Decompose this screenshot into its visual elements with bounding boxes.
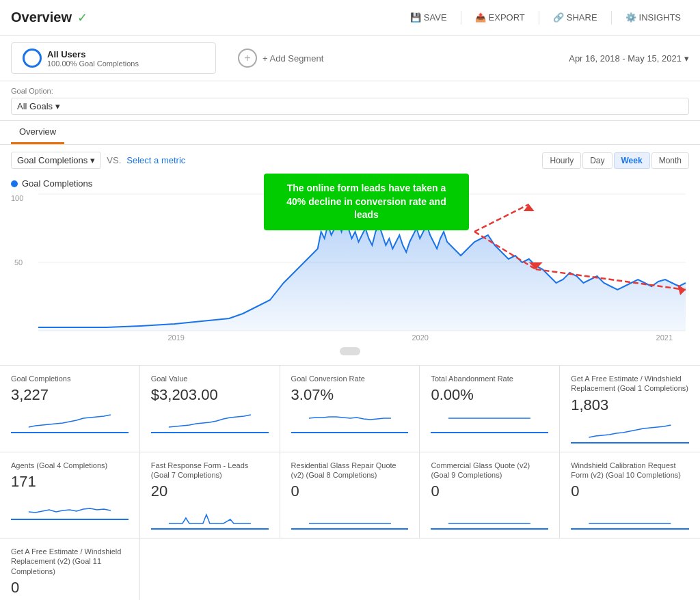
export-button[interactable]: 📤 EXPORT bbox=[467, 8, 533, 27]
stat-value-5: 171 bbox=[11, 473, 129, 491]
legend-dot bbox=[11, 180, 18, 187]
week-button[interactable]: Week bbox=[614, 152, 650, 169]
chart-controls: Goal Completions ▾ VS. Select a metric H… bbox=[0, 145, 700, 176]
stat-label-6: Fast Response Form - Leads (Goal 7 Compl… bbox=[151, 461, 269, 480]
chart-container: Goal Completions 100 50 bbox=[0, 176, 700, 365]
stats-row-3: Get A Free Estimate / Windshield Replace… bbox=[0, 538, 700, 600]
chart-wrapper: 100 50 bbox=[38, 194, 686, 344]
segments-bar: All Users 100.00% Goal Completions + + A… bbox=[0, 36, 700, 81]
add-segment-icon: + bbox=[238, 49, 257, 68]
share-icon: 🔗 bbox=[553, 12, 564, 23]
add-segment[interactable]: + + Add Segment bbox=[227, 43, 334, 73]
share-button[interactable]: 🔗 SHARE bbox=[545, 8, 606, 27]
date-range-picker[interactable]: Apr 16, 2018 - May 15, 2021 ▾ bbox=[569, 53, 689, 64]
stat-line-4 bbox=[571, 442, 689, 444]
all-users-segment[interactable]: All Users 100.00% Goal Completions bbox=[11, 42, 216, 74]
export-icon: 📤 bbox=[475, 12, 486, 23]
sparkline-1 bbox=[151, 408, 269, 428]
goal-option-label: Goal Option: bbox=[11, 87, 689, 95]
stat-line-6 bbox=[151, 528, 269, 530]
stat-value-9: 0 bbox=[571, 482, 689, 500]
stat-line-9 bbox=[571, 528, 689, 530]
segment-text: All Users 100.00% Goal Completions bbox=[47, 49, 139, 68]
stat-value-7: 0 bbox=[291, 482, 409, 500]
insights-icon: ⚙️ bbox=[625, 12, 636, 23]
y-label-50: 50 bbox=[14, 258, 23, 267]
segment-sub: 100.00% Goal Completions bbox=[47, 59, 139, 68]
stats-row-1: Goal Completions 3,227 Goal Value $3,203… bbox=[0, 365, 700, 452]
segment-circle bbox=[23, 49, 42, 68]
stat-line-2 bbox=[291, 432, 409, 433]
scroll-handle[interactable] bbox=[340, 347, 360, 355]
stat-goal1-completions: Get A Free Estimate / Windshield Replace… bbox=[560, 366, 700, 452]
stat-label-8: Commercial Glass Quote (v2) (Goal 9 Comp… bbox=[431, 461, 548, 480]
sparkline-8 bbox=[431, 504, 548, 525]
metric-label: Goal Completions bbox=[17, 155, 88, 165]
annotation-text: The online form leads have taken a40% de… bbox=[286, 182, 446, 220]
stat-label-3: Total Abandonment Rate bbox=[431, 374, 548, 383]
stat-value-2: 3.07% bbox=[291, 386, 409, 404]
save-button[interactable]: 💾 SAVE bbox=[402, 8, 455, 27]
header-actions: 💾 SAVE 📤 EXPORT 🔗 SHARE ⚙️ INSIGHTS bbox=[402, 8, 689, 27]
sparkline-7 bbox=[291, 504, 409, 525]
stat-abandonment-rate: Total Abandonment Rate 0.00% bbox=[420, 366, 560, 452]
header: Overview ✓ 💾 SAVE 📤 EXPORT 🔗 SHARE ⚙️ IN… bbox=[0, 0, 700, 36]
stat-fast-response: Fast Response Form - Leads (Goal 7 Compl… bbox=[140, 452, 280, 539]
svg-line-4 bbox=[474, 204, 529, 232]
sparkline-4 bbox=[571, 418, 689, 439]
stat-label-0: Goal Completions bbox=[11, 374, 129, 383]
sparkline-2 bbox=[291, 408, 409, 428]
hourly-button[interactable]: Hourly bbox=[542, 152, 581, 169]
x-label-2021: 2021 bbox=[656, 333, 673, 342]
stat-value-10: 0 bbox=[11, 579, 129, 597]
y-label-100: 100 bbox=[11, 194, 23, 202]
stat-label-10: Get A Free Estimate / Windshield Replace… bbox=[11, 547, 129, 576]
stat-value-4: 1,803 bbox=[571, 396, 689, 414]
divider bbox=[611, 11, 612, 25]
goal-option-arrow: ▾ bbox=[55, 101, 60, 111]
stat-value-8: 0 bbox=[431, 482, 548, 500]
save-icon: 💾 bbox=[410, 12, 421, 23]
add-segment-label: + Add Segment bbox=[262, 53, 323, 64]
stat-line-5 bbox=[11, 519, 129, 520]
stat-agents: Agents (Goal 4 Completions) 171 bbox=[0, 452, 140, 539]
svg-marker-6 bbox=[524, 204, 535, 211]
sparkline-3 bbox=[431, 408, 548, 428]
stat-commercial: Commercial Glass Quote (v2) (Goal 9 Comp… bbox=[420, 452, 560, 539]
stat-label-5: Agents (Goal 4 Completions) bbox=[11, 461, 129, 470]
month-button[interactable]: Month bbox=[651, 152, 689, 169]
insights-button[interactable]: ⚙️ INSIGHTS bbox=[617, 8, 689, 27]
metric-dropdown[interactable]: Goal Completions ▾ bbox=[11, 152, 101, 169]
metric-selector: Goal Completions ▾ VS. Select a metric bbox=[11, 152, 185, 169]
x-label-2019: 2019 bbox=[167, 333, 184, 342]
stat-line-0 bbox=[11, 432, 129, 433]
stat-value-1: $3,203.00 bbox=[151, 386, 269, 404]
select-metric-link[interactable]: Select a metric bbox=[126, 155, 185, 165]
segment-name: All Users bbox=[47, 49, 139, 59]
tab-overview[interactable]: Overview bbox=[11, 121, 64, 144]
sparkline-6 bbox=[151, 504, 269, 525]
day-button[interactable]: Day bbox=[582, 152, 612, 169]
goal-option-value: All Goals bbox=[17, 101, 53, 111]
stat-residential: Residential Glass Repair Quote (v2) (Goa… bbox=[280, 452, 420, 539]
date-range-arrow: ▾ bbox=[684, 53, 689, 64]
page-title: Overview bbox=[11, 10, 72, 25]
x-axis: 2019 2020 2021 bbox=[38, 331, 686, 344]
metric-arrow: ▾ bbox=[90, 155, 95, 165]
goal-option-select[interactable]: All Goals ▾ bbox=[11, 98, 689, 115]
chart-annotation: The online form leads have taken a40% de… bbox=[264, 174, 469, 230]
stat-value-6: 20 bbox=[151, 482, 269, 500]
stat-goal11: Get A Free Estimate / Windshield Replace… bbox=[0, 538, 140, 600]
stat-label-4: Get A Free Estimate / Windshield Replace… bbox=[571, 374, 689, 394]
date-range-label: Apr 16, 2018 - May 15, 2021 bbox=[569, 53, 682, 64]
stat-line-8 bbox=[431, 528, 548, 530]
stat-goal-value: Goal Value $3,203.00 bbox=[140, 366, 280, 452]
stat-label-1: Goal Value bbox=[151, 374, 269, 383]
divider bbox=[461, 11, 461, 25]
stat-label-9: Windshield Calibration Request Form (v2)… bbox=[571, 461, 689, 480]
stat-goal-completions: Goal Completions 3,227 bbox=[0, 366, 140, 452]
time-buttons: Hourly Day Week Month bbox=[542, 152, 689, 169]
vs-label: VS. bbox=[107, 155, 121, 165]
stat-line-3 bbox=[431, 432, 548, 433]
x-label-2020: 2020 bbox=[412, 333, 428, 342]
